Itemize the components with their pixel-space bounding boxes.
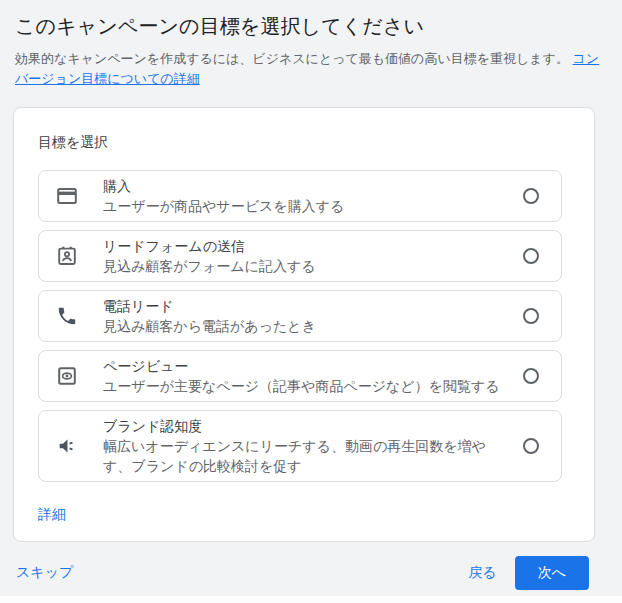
goal-option-brand-awareness[interactable]: ブランド認知度 幅広いオーディエンスにリーチする、動画の再生回数を増やす、ブラン…: [38, 410, 562, 482]
footer-actions: 戻る 次へ: [452, 556, 589, 590]
goal-option-lead-form[interactable]: リードフォームの送信 見込み顧客がフォームに記入する: [38, 230, 562, 282]
skip-link[interactable]: スキップ: [16, 564, 73, 582]
goal-option-radio[interactable]: [523, 438, 539, 454]
next-button[interactable]: 次へ: [515, 556, 589, 590]
goal-option-purchase[interactable]: 購入 ユーザーが商品やサービスを購入する: [38, 170, 562, 222]
phone-icon: [55, 304, 79, 328]
back-button[interactable]: 戻る: [452, 556, 512, 590]
goal-option-radio[interactable]: [523, 248, 539, 264]
goal-option-text: 購入 ユーザーが商品やサービスを購入する: [103, 176, 523, 216]
page-subtitle-text: 効果的なキャンペーンを作成するには、ビジネスにとって最も価値の高い目標を重視しま…: [15, 51, 573, 66]
section-label: 目標を選択: [38, 132, 562, 152]
goal-option-title: 購入: [103, 176, 507, 196]
bottom-edge-strip: [0, 596, 622, 603]
brand-awareness-icon: [55, 434, 79, 458]
goal-option-title: 電話リード: [103, 296, 507, 316]
goal-option-description: ユーザーが主要なページ（記事や商品ページなど）を閲覧する: [103, 376, 507, 396]
goal-option-description: ユーザーが商品やサービスを購入する: [103, 196, 507, 216]
footer-bar: スキップ 戻る 次へ: [0, 556, 622, 590]
goal-option-text: ブランド認知度 幅広いオーディエンスにリーチする、動画の再生回数を増やす、ブラン…: [103, 416, 523, 476]
lead-form-icon: [55, 244, 79, 268]
details-link[interactable]: 詳細: [38, 506, 66, 524]
goal-option-radio[interactable]: [523, 368, 539, 384]
goal-selection-card: 目標を選択 購入 ユーザーが商品やサービスを購入する リードフォームの送信: [13, 107, 595, 542]
page-title: このキャンペーンの目標を選択してください: [15, 13, 604, 40]
page-subtitle: 効果的なキャンペーンを作成するには、ビジネスにとって最も価値の高い目標を重視しま…: [15, 49, 603, 89]
goal-option-title: ブランド認知度: [103, 416, 507, 436]
goal-option-radio[interactable]: [523, 308, 539, 324]
goal-option-description: 見込み顧客から電話があったとき: [103, 316, 507, 336]
goal-option-text: 電話リード 見込み顧客から電話があったとき: [103, 296, 523, 336]
goal-option-description: 見込み顧客がフォームに記入する: [103, 256, 507, 276]
goal-option-phone-lead[interactable]: 電話リード 見込み顧客から電話があったとき: [38, 290, 562, 342]
goal-option-text: ページビュー ユーザーが主要なページ（記事や商品ページなど）を閲覧する: [103, 356, 523, 396]
goal-option-page-view[interactable]: ページビュー ユーザーが主要なページ（記事や商品ページなど）を閲覧する: [38, 350, 562, 402]
goal-option-title: ページビュー: [103, 356, 507, 376]
goal-option-radio[interactable]: [523, 188, 539, 204]
pageview-icon: [55, 364, 79, 388]
credit-card-icon: [55, 184, 79, 208]
goal-option-title: リードフォームの送信: [103, 236, 507, 256]
goal-option-text: リードフォームの送信 見込み顧客がフォームに記入する: [103, 236, 523, 276]
page-header: このキャンペーンの目標を選択してください 効果的なキャンペーンを作成するには、ビ…: [0, 0, 622, 89]
goal-option-description: 幅広いオーディエンスにリーチする、動画の再生回数を増やす、ブランドの比較検討を促…: [103, 436, 507, 476]
